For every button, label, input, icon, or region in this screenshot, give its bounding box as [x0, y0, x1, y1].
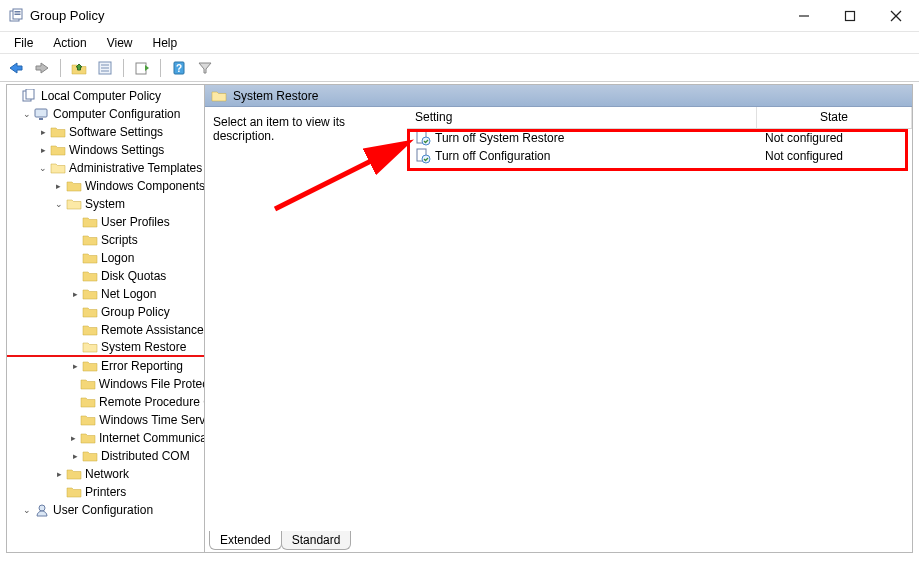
forward-icon — [34, 61, 50, 75]
minimize-icon — [798, 10, 810, 22]
grid-state-value: Not configured — [757, 131, 912, 145]
tree-item-label: Net Logon — [101, 287, 156, 301]
tree-item-label: Scripts — [101, 233, 138, 247]
help-button[interactable]: ? — [167, 57, 191, 79]
svg-marker-19 — [199, 63, 211, 73]
tree-uc-label: User Configuration — [53, 503, 153, 517]
tree-net-logon[interactable]: ▸Net Logon — [7, 285, 204, 303]
toolbar: ? — [0, 54, 919, 82]
grid-pane: Setting State Turn off System Restore No… — [407, 107, 912, 552]
svg-marker-9 — [36, 63, 48, 73]
folder-icon — [82, 449, 98, 463]
tree-logon[interactable]: ▶Logon — [7, 249, 204, 267]
tree-item-label: Windows Components — [85, 179, 204, 193]
tree-windows-time-service[interactable]: ▶Windows Time Service — [7, 411, 204, 429]
up-button[interactable] — [67, 57, 91, 79]
tab-standard-label: Standard — [292, 533, 341, 547]
twister-collapsed-icon[interactable]: ▸ — [69, 432, 79, 444]
maximize-button[interactable] — [827, 1, 873, 31]
tree-pane[interactable]: ▶ Local Computer Policy ⌄ Computer Confi… — [7, 85, 205, 552]
menu-view[interactable]: View — [99, 34, 141, 52]
grid-row[interactable]: Turn off Configuration Not configured — [407, 147, 912, 165]
svg-marker-8 — [10, 63, 22, 73]
back-button[interactable] — [4, 57, 28, 79]
twister-collapsed-icon[interactable]: ▸ — [69, 360, 81, 372]
properties-button[interactable] — [93, 57, 117, 79]
grid-col-state[interactable]: State — [757, 107, 912, 128]
refresh-button[interactable] — [130, 57, 154, 79]
filter-button[interactable] — [193, 57, 217, 79]
tree-software-settings[interactable]: ▸ Software Settings — [7, 123, 204, 141]
tree-windows-file-protection[interactable]: ▶Windows File Protection — [7, 375, 204, 393]
details-header-title: System Restore — [233, 89, 318, 103]
tree-item-label: Windows File Protection — [99, 377, 204, 391]
tree-computer-configuration[interactable]: ⌄ Computer Configuration — [7, 105, 204, 123]
maximize-icon — [844, 10, 856, 22]
tree-system-restore[interactable]: ▶System Restore — [7, 339, 204, 357]
folder-icon — [66, 179, 82, 193]
tree-remote-assistance[interactable]: ▶Remote Assistance — [7, 321, 204, 339]
close-button[interactable] — [873, 1, 919, 31]
details-pane: System Restore Select an item to view it… — [205, 85, 912, 552]
tree-internet-communication[interactable]: ▸Internet Communication — [7, 429, 204, 447]
menu-help[interactable]: Help — [145, 34, 186, 52]
tree-remote-procedure-call[interactable]: ▶Remote Procedure Call — [7, 393, 204, 411]
folder-icon — [82, 359, 98, 373]
tree-root-label: Local Computer Policy — [41, 89, 161, 103]
folder-icon — [80, 431, 96, 445]
minimize-button[interactable] — [781, 1, 827, 31]
tree-root[interactable]: ▶ Local Computer Policy — [7, 87, 204, 105]
tree-printers[interactable]: ▶Printers — [7, 483, 204, 501]
description-pane: Select an item to view its description. — [205, 107, 403, 552]
computer-icon — [34, 107, 50, 121]
svg-rect-2 — [15, 11, 21, 13]
policy-setting-icon — [415, 148, 431, 164]
tree-disk-quotas[interactable]: ▶Disk Quotas — [7, 267, 204, 285]
tree-user-profiles[interactable]: ▶User Profiles — [7, 213, 204, 231]
tree-administrative-templates[interactable]: ⌄ Administrative Templates — [7, 159, 204, 177]
menubar: File Action View Help — [0, 32, 919, 54]
grid-col-setting[interactable]: Setting — [407, 107, 757, 128]
tree-scripts[interactable]: ▶Scripts — [7, 231, 204, 249]
folder-icon — [82, 287, 98, 301]
tree-windows-settings[interactable]: ▸ Windows Settings — [7, 141, 204, 159]
tree-group-policy[interactable]: ▶Group Policy — [7, 303, 204, 321]
tree-distributed-com[interactable]: ▸Distributed COM — [7, 447, 204, 465]
twister-expanded-icon[interactable]: ⌄ — [21, 108, 33, 120]
twister-collapsed-icon[interactable]: ▸ — [53, 180, 65, 192]
grid-row[interactable]: Turn off System Restore Not configured — [407, 129, 912, 147]
folder-icon — [82, 215, 98, 229]
tree-windows-components[interactable]: ▸ Windows Components — [7, 177, 204, 195]
tree-item-label: Distributed COM — [101, 449, 190, 463]
twister-collapsed-icon[interactable]: ▸ — [53, 468, 65, 480]
forward-button[interactable] — [30, 57, 54, 79]
user-icon — [34, 503, 50, 517]
tree-network[interactable]: ▸Network — [7, 465, 204, 483]
twister-expanded-icon[interactable]: ⌄ — [37, 162, 49, 174]
grid-col-setting-label: Setting — [415, 110, 452, 124]
tree-item-label: Remote Assistance — [101, 323, 204, 337]
tree-error-reporting[interactable]: ▸Error Reporting — [7, 357, 204, 375]
grid-setting-name: Turn off System Restore — [435, 131, 564, 145]
tree-user-configuration[interactable]: ⌄ User Configuration — [7, 501, 204, 519]
folder-open-icon — [66, 197, 82, 211]
tab-extended[interactable]: Extended — [209, 531, 282, 550]
tab-standard[interactable]: Standard — [281, 531, 352, 550]
tab-extended-label: Extended — [220, 533, 271, 547]
twister-expanded-icon[interactable]: ⌄ — [53, 198, 65, 210]
twister-expanded-icon[interactable]: ⌄ — [21, 504, 33, 516]
folder-icon — [82, 269, 98, 283]
svg-rect-5 — [846, 11, 855, 20]
folder-icon — [82, 305, 98, 319]
menu-action[interactable]: Action — [45, 34, 94, 52]
grid-state-value: Not configured — [757, 149, 912, 163]
details-body: Select an item to view its description. … — [205, 107, 912, 552]
folder-icon — [50, 143, 66, 157]
twister-collapsed-icon[interactable]: ▸ — [37, 144, 49, 156]
twister-collapsed-icon[interactable]: ▸ — [69, 450, 81, 462]
menu-file[interactable]: File — [6, 34, 41, 52]
twister-collapsed-icon[interactable]: ▸ — [37, 126, 49, 138]
twister-collapsed-icon[interactable]: ▸ — [69, 288, 81, 300]
svg-rect-15 — [136, 63, 146, 74]
tree-system[interactable]: ⌄ System — [7, 195, 204, 213]
